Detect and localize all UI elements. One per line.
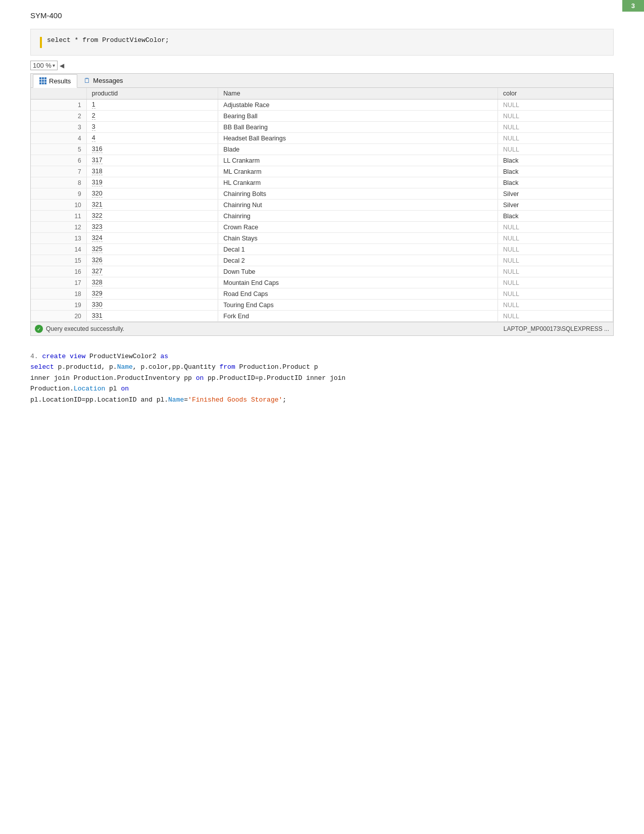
cell-color: Black: [498, 177, 613, 188]
cell-rownum: 16: [31, 266, 86, 277]
cell-name: Chainring: [218, 211, 498, 222]
cell-name: Decal 2: [218, 255, 498, 266]
cell-productid: 322: [86, 211, 218, 222]
messages-icon: 🗒: [84, 77, 90, 84]
cell-name: Crown Race: [218, 222, 498, 233]
cell-rownum: 4: [31, 133, 86, 144]
cell-rownum: 14: [31, 244, 86, 255]
cell-productid: 331: [86, 311, 218, 322]
col-color-header: color: [498, 88, 613, 100]
cell-productid: 4: [86, 133, 218, 144]
results-table: productid Name color 11Adjustable RaceNU…: [31, 88, 613, 322]
results-panel: Results 🗒 Messages productid Name color …: [30, 73, 614, 336]
status-text: Query executed successfully.: [46, 325, 124, 332]
page-title: SYM-400: [0, 0, 644, 20]
table-row: 14325Decal 1NULL: [31, 244, 613, 255]
cell-rownum: 19: [31, 300, 86, 311]
cell-rownum: 20: [31, 311, 86, 322]
col-rownum: [31, 88, 86, 100]
cell-color: NULL: [498, 133, 613, 144]
cell-rownum: 9: [31, 188, 86, 200]
cell-color: Black: [498, 155, 613, 166]
table-row: 20331Fork EndNULL: [31, 311, 613, 322]
tab-messages[interactable]: 🗒 Messages: [77, 74, 129, 87]
table-row: 5316BladeNULL: [31, 144, 613, 155]
cell-productid: 1: [86, 100, 218, 111]
cell-name: Chainring Nut: [218, 200, 498, 211]
cell-productid: 330: [86, 300, 218, 311]
cell-productid: 3: [86, 122, 218, 133]
cell-rownum: 1: [31, 100, 86, 111]
sql-code-text: select * from ProductViewColor;: [47, 36, 169, 44]
cell-name: ML Crankarm: [218, 166, 498, 177]
cell-productid: 327: [86, 266, 218, 277]
cell-color: NULL: [498, 311, 613, 322]
cell-color: NULL: [498, 222, 613, 233]
cell-rownum: 6: [31, 155, 86, 166]
results-table-container: productid Name color 11Adjustable RaceNU…: [31, 88, 613, 322]
cell-name: BB Ball Bearing: [218, 122, 498, 133]
cell-color: Black: [498, 211, 613, 222]
cell-color: NULL: [498, 233, 613, 244]
sql-code-block-top: select * from ProductViewColor;: [30, 29, 614, 56]
table-row: 9320Chainring BoltsSilver: [31, 188, 613, 200]
cell-color: NULL: [498, 244, 613, 255]
cell-rownum: 8: [31, 177, 86, 188]
cell-productid: 319: [86, 177, 218, 188]
cell-productid: 317: [86, 155, 218, 166]
cell-name: Touring End Caps: [218, 300, 498, 311]
table-row: 13324Chain StaysNULL: [31, 233, 613, 244]
table-row: 22Bearing BallNULL: [31, 111, 613, 122]
cell-rownum: 17: [31, 277, 86, 288]
status-bar: ✓ Query executed successfully. LAPTOP_MP…: [31, 322, 613, 335]
table-header-row: productid Name color: [31, 88, 613, 100]
cell-name: Down Tube: [218, 266, 498, 277]
cell-productid: 323: [86, 222, 218, 233]
table-row: 33BB Ball BearingNULL: [31, 122, 613, 133]
code-line-6: inner join Production.ProductInventory p…: [30, 373, 614, 383]
table-row: 8319HL CrankarmBlack: [31, 177, 613, 188]
cell-productid: 324: [86, 233, 218, 244]
cell-color: NULL: [498, 277, 613, 288]
table-row: 6317LL CrankarmBlack: [31, 155, 613, 166]
cell-color: NULL: [498, 122, 613, 133]
kw-create: create view ProductViewColor2 as: [42, 353, 168, 360]
cell-color: Silver: [498, 188, 613, 200]
cell-name: Decal 1: [218, 244, 498, 255]
cell-rownum: 13: [31, 233, 86, 244]
table-row: 19330Touring End CapsNULL: [31, 300, 613, 311]
cell-name: Road End Caps: [218, 288, 498, 300]
cell-rownum: 18: [31, 288, 86, 300]
cell-rownum: 15: [31, 255, 86, 266]
grid-icon: [39, 77, 46, 84]
tab-messages-label: Messages: [93, 77, 123, 84]
zoom-dropdown[interactable]: 100 % ▾: [30, 61, 58, 70]
status-left: ✓ Query executed successfully.: [35, 325, 124, 333]
cell-color: NULL: [498, 100, 613, 111]
cell-productid: 2: [86, 111, 218, 122]
cell-productid: 325: [86, 244, 218, 255]
table-row: 17328Mountain End CapsNULL: [31, 277, 613, 288]
code-line-4: 4. create view ProductViewColor2 as: [30, 351, 614, 362]
table-row: 7318ML CrankarmBlack: [31, 166, 613, 177]
table-row: 11Adjustable RaceNULL: [31, 100, 613, 111]
cell-color: NULL: [498, 288, 613, 300]
cell-name: Adjustable Race: [218, 100, 498, 111]
table-row: 11322ChainringBlack: [31, 211, 613, 222]
success-icon: ✓: [35, 325, 43, 333]
page-badge: 3: [622, 0, 644, 12]
cell-color: NULL: [498, 255, 613, 266]
cell-name: Chain Stays: [218, 233, 498, 244]
tab-results[interactable]: Results: [33, 74, 77, 88]
cell-color: NULL: [498, 266, 613, 277]
tab-bar: Results 🗒 Messages: [31, 74, 613, 88]
table-row: 18329Road End CapsNULL: [31, 288, 613, 300]
cell-color: Black: [498, 166, 613, 177]
cell-rownum: 10: [31, 200, 86, 211]
code-line-8: pl.LocationID=pp.LocationID and pl.Name=…: [30, 395, 614, 405]
cell-productid: 318: [86, 166, 218, 177]
cell-productid: 328: [86, 277, 218, 288]
cell-name: Headset Ball Bearings: [218, 133, 498, 144]
cell-rownum: 2: [31, 111, 86, 122]
col-name-header: Name: [218, 88, 498, 100]
